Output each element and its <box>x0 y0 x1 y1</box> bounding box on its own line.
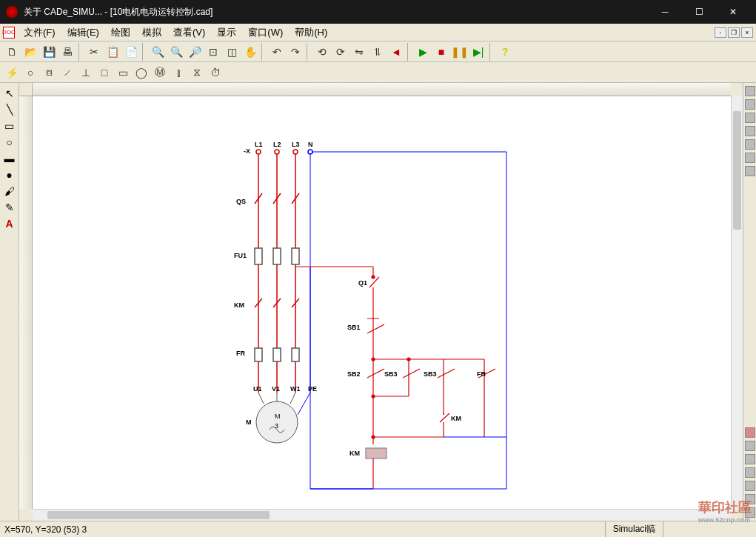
zoom-out-button[interactable]: 🔍 <box>167 43 185 61</box>
print-button[interactable]: 🖶 <box>58 43 76 61</box>
rotate-right-button[interactable]: ⟳ <box>332 43 349 61</box>
mdi-minimize-button[interactable]: - <box>715 27 726 38</box>
comp-coil-button[interactable]: ◯ <box>133 64 150 81</box>
comp-contactor-button[interactable]: □ <box>96 64 113 81</box>
mdi-close-button[interactable]: × <box>741 27 753 38</box>
brush-tool[interactable]: 🖌 <box>2 184 17 199</box>
dot-grid <box>33 96 731 509</box>
app-icon <box>6 6 18 18</box>
menu-draw[interactable]: 绘图 <box>105 24 136 41</box>
comp-fuse-button[interactable]: ⧈ <box>40 64 58 81</box>
select-tool[interactable]: ↖ <box>2 86 17 101</box>
mdi-restore-button[interactable]: ❐ <box>728 27 740 38</box>
palette-btn-9[interactable] <box>745 441 755 451</box>
palette-btn-4[interactable] <box>745 126 755 136</box>
toolbar-main: 🗋 📂 💾 🖶 ✂ 📋 📄 🔍 🔍 🔎 ⊡ ◫ ✋ ↶ ↷ ⟲ ⟳ ⇋ ⥮ ◄ … <box>0 41 756 62</box>
step-button[interactable]: ▶| <box>469 43 487 61</box>
menu-display[interactable]: 显示 <box>211 24 242 41</box>
palette-btn-7[interactable] <box>745 166 755 176</box>
palette-btn-8[interactable] <box>745 427 755 438</box>
palette-btn-6[interactable] <box>745 153 755 163</box>
comp-lamp-button[interactable]: ○ <box>21 64 39 81</box>
comp-transformer-button[interactable]: ⧖ <box>188 64 206 81</box>
palette-btn-2[interactable] <box>745 99 755 110</box>
comp-timer-button[interactable]: ⏱ <box>207 64 224 81</box>
titlebar: 关于 CADe_SIMU... - [10电机电动运转控制.cad] ─ ☐ ✕ <box>0 0 756 24</box>
toolbar-components: ⚡ ○ ⧈ ⟋ ⊥ □ ▭ ◯ Ⓜ ⫿ ⧖ ⏱ <box>0 62 756 83</box>
stop-button[interactable]: ■ <box>432 43 450 61</box>
fillcircle-tool[interactable]: ● <box>2 167 17 182</box>
canvas[interactable]: M 3 <box>33 96 731 509</box>
menubar: DOC 文件(F) 编辑(E) 绘图 模拟 查看(V) 显示 窗口(W) 帮助(… <box>0 24 756 41</box>
minimize-button[interactable]: ─ <box>648 0 682 24</box>
help-button[interactable]: ? <box>496 43 514 61</box>
save-button[interactable]: 💾 <box>40 43 58 61</box>
menu-help[interactable]: 帮助(H) <box>289 24 333 41</box>
ruler-vertical <box>19 96 33 509</box>
palette-btn-3[interactable] <box>745 113 755 123</box>
open-button[interactable]: 📂 <box>21 43 39 61</box>
rect-tool[interactable]: ▭ <box>2 119 17 133</box>
copy-button[interactable]: 📋 <box>104 43 121 61</box>
menu-simulate[interactable]: 模拟 <box>136 24 167 41</box>
fillrect-tool[interactable]: ▬ <box>2 151 17 166</box>
menu-view[interactable]: 查看(V) <box>167 24 211 41</box>
status-coordinates: X=570, Y=320 (53) 3 <box>4 524 87 535</box>
cut-button[interactable]: ✂ <box>85 43 103 61</box>
undo-button[interactable]: ↶ <box>268 43 286 61</box>
watermark: 華印社區 www.52cnp.com <box>698 498 752 524</box>
canvas-area: M 3 <box>19 83 743 521</box>
paste-button[interactable]: 📄 <box>122 43 140 61</box>
ruler-corner <box>19 83 33 96</box>
palette-btn-10[interactable] <box>745 454 755 464</box>
menu-edit[interactable]: 编辑(E) <box>61 24 105 41</box>
toolbar-draw: ↖ ╲ ▭ ○ ▬ ● 🖌 ✎ A <box>0 83 19 521</box>
close-button[interactable]: ✕ <box>716 0 750 24</box>
redo-button[interactable]: ↷ <box>287 43 304 61</box>
zoom-page-button[interactable]: ◫ <box>223 43 241 61</box>
flip-v-button[interactable]: ⥮ <box>369 43 387 61</box>
watermark-url: www.52cnp.com <box>698 516 752 524</box>
delete-button[interactable]: ◄ <box>387 43 405 61</box>
new-button[interactable]: 🗋 <box>3 43 21 61</box>
circle-tool[interactable]: ○ <box>2 135 17 150</box>
comp-power-button[interactable]: ⚡ <box>3 64 21 81</box>
scrollbar-vertical[interactable] <box>731 96 743 509</box>
comp-motor-button[interactable]: Ⓜ <box>151 64 169 81</box>
menu-window[interactable]: 窗口(W) <box>242 24 289 41</box>
watermark-text: 華印社區 <box>698 500 752 515</box>
palette-btn-12[interactable] <box>745 481 755 491</box>
doc-icon: DOC <box>3 27 15 39</box>
statusbar: X=570, Y=320 (53) 3 Simulaci髇 <box>0 521 756 537</box>
line-tool[interactable]: ╲ <box>2 102 17 117</box>
status-blank <box>663 521 752 537</box>
rotate-left-button[interactable]: ⟲ <box>313 43 331 61</box>
comp-breaker-button[interactable]: ⫿ <box>170 64 187 81</box>
status-simulation: Simulaci髇 <box>605 521 663 537</box>
ruler-horizontal <box>33 83 731 96</box>
palette-btn-5[interactable] <box>745 139 755 150</box>
zoom-window-button[interactable]: 🔎 <box>186 43 204 61</box>
workspace: ↖ ╲ ▭ ○ ▬ ● 🖌 ✎ A <box>0 83 756 521</box>
scrollbar-horizontal[interactable] <box>33 509 731 521</box>
zoom-in-button[interactable]: 🔍 <box>149 43 167 61</box>
window-title: 关于 CADe_SIMU... - [10电机电动运转控制.cad] <box>24 6 648 19</box>
zoom-fit-button[interactable]: ⊡ <box>204 43 222 61</box>
palette-btn-11[interactable] <box>745 467 755 478</box>
comp-switch-button[interactable]: ⟋ <box>58 64 76 81</box>
text-tool[interactable]: A <box>2 216 17 231</box>
pan-button[interactable]: ✋ <box>241 43 259 61</box>
flip-h-button[interactable]: ⇋ <box>350 43 368 61</box>
menu-file[interactable]: 文件(F) <box>18 24 61 41</box>
run-button[interactable]: ▶ <box>414 43 432 61</box>
comp-relay-button[interactable]: ▭ <box>114 64 132 81</box>
maximize-button[interactable]: ☐ <box>682 0 716 24</box>
pause-button[interactable]: ❚❚ <box>451 43 469 61</box>
palette-btn-1[interactable] <box>745 86 755 96</box>
comp-capacitor-button[interactable]: ⊥ <box>77 64 95 81</box>
pencil-tool[interactable]: ✎ <box>2 200 17 215</box>
toolbar-right <box>743 83 756 521</box>
